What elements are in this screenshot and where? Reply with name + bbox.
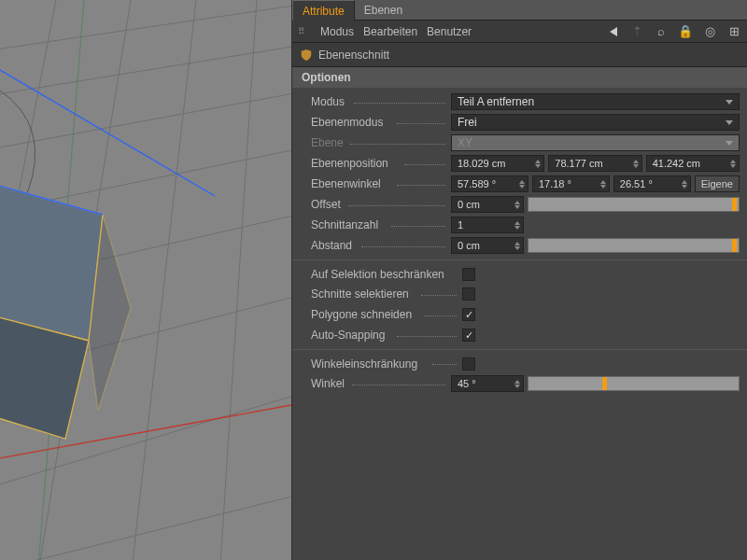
object-header: Ebenenschnitt [292,43,747,67]
select-modus[interactable]: Teil A entfernen [451,93,740,110]
svg-line-11 [131,0,196,560]
label-ebenenposition: Ebenenposition [311,157,449,170]
label-ebene: Ebene [311,136,449,149]
grip-icon: ⠿ [298,26,311,36]
menu-modus[interactable]: Modus [320,25,354,38]
chevron-down-icon [726,100,733,105]
tab-optionen[interactable]: Optionen [292,67,360,88]
input-ang-x[interactable]: 57.589 ° [451,175,529,192]
checkbox-polygone[interactable] [462,308,475,321]
menu-benutzer[interactable]: Benutzer [427,25,472,38]
input-winkel[interactable]: 45 ° [451,375,524,392]
svg-marker-17 [0,182,103,341]
input-pos-x[interactable]: 18.029 cm [451,155,544,172]
checkbox-schnitte-sel[interactable] [462,287,475,301]
input-schnittanzahl[interactable]: 1 [451,217,524,233]
tab-attribute[interactable]: Attribute [292,0,355,21]
lock-icon[interactable]: 🔒 [678,24,693,39]
input-abstand[interactable]: 0 cm [451,237,524,254]
chevron-down-icon [726,120,733,125]
label-autosnap: Auto-Snapping [311,329,460,342]
input-pos-y[interactable]: 78.177 cm [548,155,641,172]
label-offset: Offset [311,198,449,211]
panel-menubar: ⠿ Modus Bearbeiten Benutzer ⇡ ⌕ 🔒 ◎ ⊞ [292,21,747,43]
select-ebene: XY [451,134,740,151]
svg-line-1 [0,9,291,112]
properties-list: Modus Teil A entfernen Ebenenmodus Frei … [292,88,747,394]
attribute-panel: Attribute Ebenen ⠿ Modus Bearbeiten Benu… [291,0,747,560]
button-eigene[interactable]: Eigene [695,175,740,192]
select-ebenenmodus[interactable]: Frei [451,114,740,131]
shield-icon [300,49,313,62]
checkbox-autosnap[interactable] [462,329,475,342]
svg-line-12 [219,0,257,560]
label-auf-selektion: Auf Selektion beschränken [311,268,460,281]
target-icon[interactable]: ◎ [702,24,717,39]
label-ebenenmodus: Ebenenmodus [311,116,449,129]
label-schnitte-sel: Schnitte selektieren [311,287,460,301]
checkbox-winkelein[interactable] [462,357,475,371]
tab-ebenen[interactable]: Ebenen [355,0,412,21]
svg-line-16 [0,26,215,196]
slider-abstand[interactable] [528,238,740,253]
nav-up-icon[interactable]: ⇡ [629,24,644,39]
section-tabs: Optionen [292,67,747,88]
label-abstand: Abstand [311,239,449,252]
label-ebenenwinkel: Ebenenwinkel [311,177,449,190]
label-winkel: Winkel [311,377,449,390]
input-ang-z[interactable]: 26.51 ° [613,175,691,192]
search-icon[interactable]: ⌕ [654,24,669,39]
checkbox-auf-selektion[interactable] [462,268,475,281]
label-modus: Modus [311,95,449,108]
nav-back-icon[interactable] [610,27,617,36]
input-pos-z[interactable]: 41.242 cm [646,155,740,172]
label-schnittanzahl: Schnittanzahl [311,218,449,231]
object-name: Ebenenschnitt [318,49,389,62]
svg-line-0 [0,0,291,65]
slider-winkel[interactable] [528,376,740,391]
label-winkelein: Winkeleinschränkung [311,357,460,371]
label-polygone: Polygone schneiden [311,308,460,321]
slider-offset[interactable] [528,197,740,212]
add-icon[interactable]: ⊞ [726,24,741,39]
3d-viewport[interactable] [0,0,291,560]
input-offset[interactable]: 0 cm [451,196,524,213]
panel-tabs: Attribute Ebenen [292,0,747,21]
chevron-down-icon [726,141,733,146]
svg-line-2 [0,51,291,168]
input-ang-y[interactable]: 17.18 ° [532,175,610,192]
menu-bearbeiten[interactable]: Bearbeiten [363,25,417,38]
